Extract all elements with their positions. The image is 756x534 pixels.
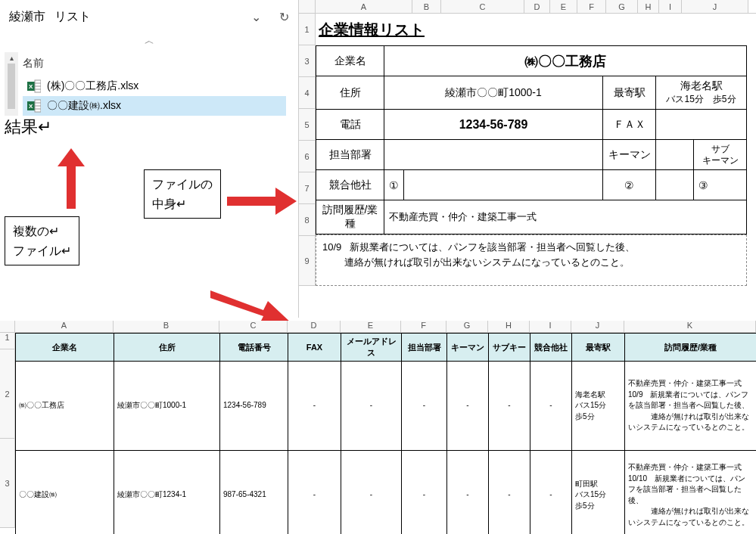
result-table[interactable]: 企業名住所電話番号FAXメールアドレス担当部署キーマンサブキー競合他社最寄駅訪問… (15, 333, 756, 534)
file-item[interactable]: X (株)〇〇工務店.xlsx (23, 76, 286, 96)
label-station[interactable]: 最寄駅 (603, 76, 656, 110)
comp-num1[interactable]: ① (384, 170, 404, 200)
result-cell[interactable]: - (447, 451, 489, 535)
col-header[interactable]: C (441, 0, 524, 13)
col-header[interactable]: A (15, 321, 114, 333)
col-header[interactable]: H (638, 0, 659, 13)
value-keyman[interactable] (656, 140, 694, 170)
col-header[interactable]: J (682, 0, 748, 13)
folder-name[interactable]: 綾瀬市 (9, 9, 45, 25)
label-phone[interactable]: 電話 (316, 110, 384, 140)
result-cell[interactable]: - (288, 451, 341, 535)
row-header[interactable]: 1 (299, 14, 316, 45)
label-competitor[interactable]: 競合他社 (316, 170, 384, 200)
col-header[interactable]: E (550, 0, 577, 13)
row-header[interactable]: 9 (299, 236, 316, 286)
value-visit[interactable]: 不動産売買・仲介・建築工事一式 (384, 200, 747, 234)
scroll-thumb[interactable] (8, 64, 15, 109)
result-cell[interactable]: 不動産売買・仲介・建築工事一式 10/10 新規業者については、パンフを該当部署… (625, 451, 757, 535)
col-header[interactable]: B (114, 321, 219, 333)
col-header[interactable]: K (624, 321, 756, 333)
row-header[interactable]: 4 (299, 77, 316, 109)
result-cell[interactable]: 綾瀬市〇〇町1000-1 (114, 362, 220, 451)
value-address[interactable]: 綾瀬市〇〇町1000-1 (384, 76, 603, 110)
result-header-cell[interactable]: 競合他社 (530, 334, 572, 362)
label-keyman[interactable]: キーマン (603, 140, 656, 170)
comp-num3[interactable]: ③ (694, 170, 747, 200)
row-header[interactable]: 8 (299, 204, 316, 236)
result-cell[interactable]: - (402, 451, 447, 535)
scrollbar[interactable]: ▴ (5, 52, 18, 116)
result-header-cell[interactable]: FAX (288, 334, 341, 362)
scroll-up-icon[interactable]: ▴ (10, 54, 14, 62)
refresh-icon[interactable]: ↻ (279, 10, 289, 24)
comp-val1[interactable] (404, 170, 603, 200)
result-header-cell[interactable]: 担当部署 (402, 334, 447, 362)
result-header-cell[interactable]: 電話番号 (220, 334, 288, 362)
col-header[interactable]: J (571, 321, 624, 333)
label-address[interactable]: 住所 (316, 76, 384, 110)
select-all-cell[interactable] (0, 321, 15, 333)
col-header[interactable]: I (659, 0, 682, 13)
table-row[interactable]: 〇〇建設㈱綾瀬市〇〇町1234-1987-65-4321------町田駅 バス… (16, 451, 757, 535)
memo-cell[interactable]: 10/9 新規業者については、パンフを該当部署・担当者へ回覧した後、 連絡が無け… (316, 234, 747, 286)
value-dept[interactable] (384, 140, 603, 170)
col-header[interactable]: D (288, 321, 341, 333)
result-header-cell[interactable]: サブキー (489, 334, 530, 362)
chevron-down-icon[interactable]: ⌄ (251, 10, 261, 24)
result-cell[interactable]: - (402, 362, 447, 451)
col-header[interactable]: H (488, 321, 530, 333)
label-visit[interactable]: 訪問履歴/業種 (316, 200, 384, 234)
result-cell[interactable]: - (530, 362, 572, 451)
col-header[interactable]: I (530, 321, 571, 333)
row-header[interactable]: 7 (299, 172, 316, 204)
result-cell[interactable]: 1234-56-789 (220, 362, 288, 451)
value-phone[interactable]: 1234-56-789 (384, 110, 603, 140)
result-header-cell[interactable]: メールアドレス (341, 334, 402, 362)
col-header[interactable]: E (341, 321, 401, 333)
label-fax[interactable]: ＦＡＸ (603, 110, 656, 140)
result-header-cell[interactable]: 企業名 (16, 334, 114, 362)
col-header[interactable]: D (524, 0, 550, 13)
comp-num2[interactable]: ② (603, 170, 656, 200)
row-header[interactable]: 1 (0, 333, 15, 349)
col-header[interactable]: F (401, 321, 446, 333)
result-cell[interactable]: - (341, 362, 402, 451)
result-cell[interactable]: 987-65-4321 (220, 451, 288, 535)
col-header[interactable]: C (219, 321, 288, 333)
company-info-table[interactable]: 企業名 ㈱〇〇工務店 住所 綾瀬市〇〇町1000-1 最寄駅 海老名駅 バス15… (316, 45, 747, 234)
value-fax[interactable] (656, 110, 747, 140)
col-header[interactable]: A (316, 0, 412, 13)
result-header-cell[interactable]: 訪問履歴/業種 (625, 334, 757, 362)
sheet-title[interactable]: 企業情報リスト (316, 14, 756, 45)
result-cell[interactable]: - (447, 362, 489, 451)
view-mode-label[interactable]: リスト (54, 9, 91, 25)
file-item[interactable]: X 〇〇建設㈱.xlsx (23, 96, 286, 116)
row-header[interactable]: 3 (0, 439, 15, 528)
select-all-cell[interactable] (299, 0, 316, 13)
value-station[interactable]: 海老名駅 バス15分 歩5分 (656, 76, 747, 110)
label-dept[interactable]: 担当部署 (316, 140, 384, 170)
row-header[interactable]: 3 (299, 45, 316, 77)
result-cell[interactable]: - (489, 362, 530, 451)
result-cell[interactable]: - (489, 451, 530, 535)
result-cell[interactable]: 不動産売買・仲介・建築工事一式 10/9 新規業者については、パンフを該当部署・… (625, 362, 757, 451)
chevron-up-icon[interactable]: ︿ (5, 34, 294, 48)
result-cell[interactable]: 町田駅 バス15分 歩5分 (572, 451, 625, 535)
result-cell[interactable]: 海老名駅 バス15分 歩5分 (572, 362, 625, 451)
col-header[interactable]: G (606, 0, 638, 13)
col-header[interactable]: G (446, 321, 488, 333)
table-row[interactable]: ㈱〇〇工務店綾瀬市〇〇町1000-11234-56-789------海老名駅 … (16, 362, 757, 451)
label-company[interactable]: 企業名 (316, 46, 384, 76)
row-header[interactable]: 2 (0, 349, 15, 439)
comp-val2[interactable] (656, 170, 694, 200)
result-cell[interactable]: 〇〇建設㈱ (16, 451, 114, 535)
row-header[interactable]: 5 (299, 109, 316, 141)
result-cell[interactable]: - (341, 451, 402, 535)
result-cell[interactable]: ㈱〇〇工務店 (16, 362, 114, 451)
result-cell[interactable]: - (288, 362, 341, 451)
value-company[interactable]: ㈱〇〇工務店 (384, 46, 747, 76)
name-column-header[interactable]: 名前 (23, 52, 286, 76)
result-header-cell[interactable]: キーマン (447, 334, 489, 362)
result-header-cell[interactable]: 最寄駅 (572, 334, 625, 362)
